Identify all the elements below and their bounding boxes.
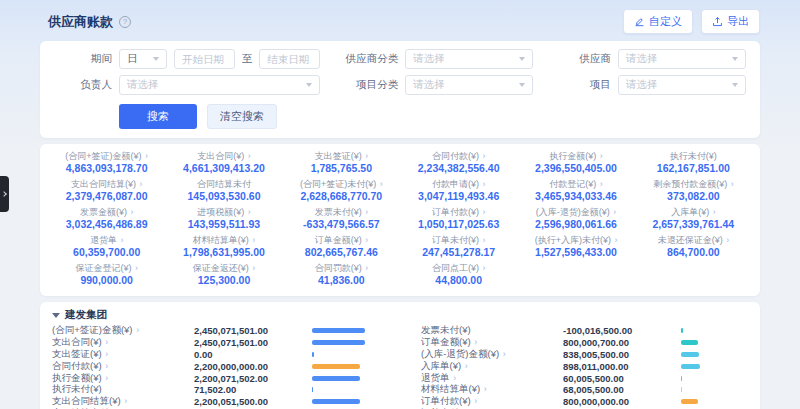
chevron-right-icon: › bbox=[252, 263, 255, 273]
group-metric-row[interactable]: 发票未付(¥)-100,016,500.00 bbox=[421, 325, 748, 337]
chevron-right-icon: › bbox=[139, 179, 142, 189]
filter-field-project: 项目 请选择 bbox=[553, 75, 746, 95]
end-date-input[interactable] bbox=[259, 49, 320, 69]
metric-item[interactable]: 发票未付(¥) ›-633,479,566.57 bbox=[283, 205, 400, 233]
group-metric-row[interactable]: 订单付款(¥) ›800,000,000.00 bbox=[421, 396, 748, 408]
group-metric-row[interactable]: 合同付款(¥) ›2,200,000,000.00 bbox=[52, 360, 379, 372]
metric-item[interactable]: (入库-退货)金额(¥) ›2,596,980,061.66 bbox=[517, 205, 634, 233]
metric-label: 执行金额(¥) › bbox=[520, 151, 631, 162]
chevron-down-icon bbox=[519, 57, 525, 61]
chevron-right-icon: › bbox=[600, 151, 603, 161]
metric-item[interactable]: 入库单(¥) ›2,657,339,761.44 bbox=[635, 205, 752, 233]
group-metric-row[interactable]: 支出合同(¥) ›2,450,071,501.00 bbox=[52, 337, 379, 349]
export-button[interactable]: 导出 bbox=[701, 9, 760, 34]
group-metric-row[interactable]: 执行未付(¥)71,502.00 bbox=[52, 384, 379, 396]
metric-item[interactable]: 支出签证(¥) ›1,785,765.50 bbox=[283, 149, 400, 177]
chevron-right-icon: › bbox=[121, 235, 124, 245]
supplier-category-select[interactable]: 请选择 bbox=[405, 49, 533, 69]
group-metric-row[interactable]: 退货单 ›60,005,500.00 bbox=[421, 372, 748, 384]
metric-item[interactable]: 退货单 ›60,359,700.00 bbox=[48, 233, 165, 261]
metric-label: (执行+入库)未付(¥) › bbox=[520, 235, 631, 246]
chevron-right-icon: › bbox=[105, 337, 108, 347]
chevron-right-icon: › bbox=[365, 263, 368, 273]
group-metric-row[interactable]: 订单金额(¥) ›800,000,700.00 bbox=[421, 337, 748, 349]
metric-item[interactable]: 保证金返还(¥) ›125,300.00 bbox=[165, 261, 282, 289]
group-metric-row[interactable]: 支出合同结算(¥) ›2,200,051,500.00 bbox=[52, 396, 379, 408]
metric-item[interactable]: 订单付款(¥) ›1,050,117,025.63 bbox=[400, 205, 517, 233]
chevron-right-icon: › bbox=[482, 151, 485, 161]
filter-field-manager: 负责人 请选择 bbox=[54, 75, 320, 95]
manager-select[interactable]: 请选择 bbox=[119, 75, 320, 95]
metric-item[interactable]: 合同点工(¥) ›44,800.00 bbox=[400, 261, 517, 289]
supplier-select[interactable]: 请选择 bbox=[618, 49, 746, 69]
chevron-right-icon: › bbox=[726, 235, 729, 245]
metric-label: 合同罚款(¥) › bbox=[286, 263, 397, 274]
group-metric-row[interactable]: 材料结算单(¥) ›68,005,500.00 bbox=[421, 384, 748, 396]
metric-item[interactable]: 未退还保证金(¥) ›864,700.00 bbox=[635, 233, 752, 261]
group-header[interactable]: 建发集团 bbox=[52, 308, 748, 322]
group-metric-row[interactable]: (入库-退货)金额(¥) ›838,005,500.00 bbox=[421, 349, 748, 361]
metric-item[interactable]: 发票金额(¥) ›3,032,456,486.89 bbox=[48, 205, 165, 233]
metric-item[interactable]: 订单金额(¥) ›802,665,767.46 bbox=[283, 233, 400, 261]
metric-item[interactable]: 剩余预付款金额(¥) ›373,082.00 bbox=[635, 177, 752, 205]
search-button[interactable]: 搜索 bbox=[119, 104, 197, 129]
metric-item[interactable]: 合同罚款(¥) ›41,836.00 bbox=[283, 261, 400, 289]
metric-item[interactable]: 订单未付(¥) ›247,451,278.17 bbox=[400, 233, 517, 261]
metric-value: -633,479,566.57 bbox=[286, 218, 397, 231]
group-metric-row[interactable]: 入库单(¥) ›898,011,000.00 bbox=[421, 360, 748, 372]
chevron-right-icon: › bbox=[482, 179, 485, 189]
metric-label: 执行未付(¥) bbox=[638, 151, 749, 162]
metric-value: 4,661,309,413.20 bbox=[168, 162, 279, 175]
group-metric-row[interactable]: (合同+签证)金额(¥) ›2,450,071,501.00 bbox=[52, 325, 379, 337]
metric-bar-chart bbox=[681, 387, 748, 392]
metric-value: 162,167,851.00 bbox=[638, 162, 749, 175]
metric-item[interactable]: 进项税额(¥) ›143,959,511.93 bbox=[165, 205, 282, 233]
edit-icon bbox=[634, 16, 645, 27]
group-metric-row[interactable]: 支出签证(¥) ›0.00 bbox=[52, 349, 379, 361]
customize-button[interactable]: 自定义 bbox=[623, 9, 693, 34]
start-date-input[interactable] bbox=[174, 49, 235, 69]
chevron-right-icon: › bbox=[248, 207, 251, 217]
chevron-right-icon: › bbox=[731, 179, 734, 189]
metric-bar-chart bbox=[681, 328, 748, 333]
metric-label: 材料结算单(¥) › bbox=[168, 235, 279, 246]
metric-bar-chart bbox=[681, 340, 748, 345]
filter-field-supplier: 供应商 请选择 bbox=[553, 49, 746, 69]
metric-item[interactable]: 付款申请(¥) ›3,047,119,493.46 bbox=[400, 177, 517, 205]
metric-value: 990,000.00 bbox=[51, 274, 162, 287]
metric-item[interactable]: (合同+签证)金额(¥) ›4,863,093,178.70 bbox=[48, 149, 165, 177]
chevron-right-icon: › bbox=[600, 179, 603, 189]
project-select[interactable]: 请选择 bbox=[618, 75, 746, 95]
metric-item[interactable]: 合同结算未付 145,093,530.60 bbox=[165, 177, 282, 205]
metric-item[interactable]: 付款登记(¥) ›3,465,934,033.46 bbox=[517, 177, 634, 205]
metric-item[interactable]: (合同+签证)未付(¥) ›2,628,668,770.70 bbox=[283, 177, 400, 205]
group-metrics-list: (合同+签证)金额(¥) ›2,450,071,501.00支出合同(¥) ›2… bbox=[52, 325, 748, 409]
metric-item[interactable]: 保证金登记(¥) ›990,000.00 bbox=[48, 261, 165, 289]
metric-item[interactable]: (执行+入库)未付(¥) ›1,527,596,433.00 bbox=[517, 233, 634, 261]
supplier-accounts-page: 供应商账款 ? 自定义 导出 期间 日 至 bbox=[0, 0, 800, 409]
chevron-right-icon: › bbox=[136, 325, 139, 335]
metric-item[interactable]: 合同付款(¥) ›2,234,382,556.40 bbox=[400, 149, 517, 177]
metric-value: 1,527,596,433.00 bbox=[520, 246, 631, 259]
metric-bar-chart bbox=[312, 387, 379, 392]
metric-item[interactable]: 执行金额(¥) ›2,396,550,405.00 bbox=[517, 149, 634, 177]
group-metric-value: 898,011,000.00 bbox=[563, 361, 681, 372]
metrics-panel: (合同+签证)金额(¥) ›4,863,093,178.70支出合同(¥) ›4… bbox=[40, 144, 760, 296]
chevron-right-icon: › bbox=[482, 207, 485, 217]
metric-item[interactable]: 支出合同(¥) ›4,661,309,413.20 bbox=[165, 149, 282, 177]
group-metric-row[interactable]: 执行金额(¥) ›2,200,071,502.00 bbox=[52, 372, 379, 384]
metric-label: 未退还保证金(¥) › bbox=[638, 235, 749, 246]
metric-label: 支出签证(¥) › bbox=[286, 151, 397, 162]
help-icon[interactable]: ? bbox=[119, 16, 131, 28]
metric-item[interactable]: 材料结算单(¥) ›1,798,631,995.00 bbox=[165, 233, 282, 261]
drawer-toggle-handle[interactable] bbox=[0, 176, 9, 212]
metric-bar-chart bbox=[681, 376, 748, 381]
clear-search-button[interactable]: 清空搜索 bbox=[207, 104, 277, 129]
metric-item[interactable]: 执行未付(¥) 162,167,851.00 bbox=[635, 149, 752, 177]
project-category-select[interactable]: 请选择 bbox=[405, 75, 533, 95]
metric-bar-chart bbox=[681, 399, 748, 404]
page-header: 供应商账款 ? 自定义 导出 bbox=[0, 0, 800, 41]
metric-label: 保证金登记(¥) › bbox=[51, 263, 162, 274]
metric-item[interactable]: 支出合同结算(¥) ›2,379,476,087.00 bbox=[48, 177, 165, 205]
period-unit-select[interactable]: 日 bbox=[119, 49, 167, 69]
